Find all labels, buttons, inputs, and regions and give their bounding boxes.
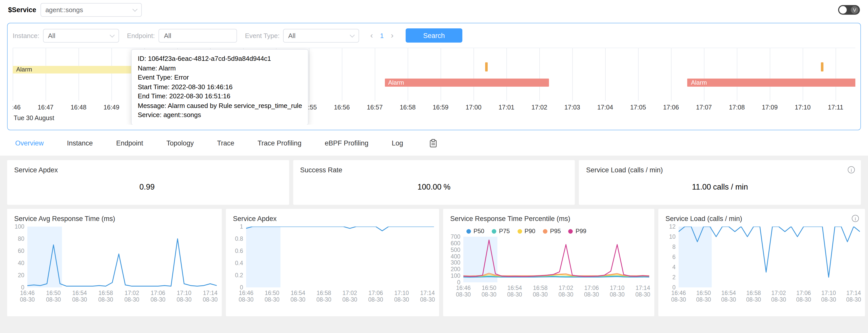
instance-select[interactable]: All [43,29,119,42]
service-apdex-chart[interactable]: 00.20.40.60.8116:4608-3016:5008-3016:540… [226,223,439,305]
legend-dot-icon [568,229,573,233]
pagination: ‹ 1 › [369,31,395,39]
tooltip-line: ID: 1064f23a-6eac-4812-a7cd-5d9a84d944c1 [138,54,302,64]
timeline-gridline [309,48,309,101]
chart-title: Service Response Time Percentile (ms) [443,209,654,223]
instance-label: Instance: [13,32,39,39]
timeline-tick-label: 17:02 [531,104,548,111]
avg-response-time-chart[interactable]: 02040608010016:4608-3016:5008-3016:5408-… [7,223,222,305]
chevron-down-icon [350,32,355,37]
service-load-chart[interactable]: 02468101216:4608-3016:5008-3016:5408-301… [658,223,865,305]
dashboard: Service Apdex 0.99 Success Rate 100.00% … [0,156,868,333]
timeline-gridline [506,48,507,101]
event-bar-error[interactable]: Alarm [384,79,549,87]
tab-trace-profiling[interactable]: Trace Profiling [257,139,301,147]
timeline-tick-label: 16:48 [71,104,87,111]
chart-title: Service Load (calls / min) [658,209,865,223]
timeline-tick-label: 16:46 [13,104,21,111]
x-axis-labels: 16:4608-3016:5008-3016:5408-3016:5808-30… [10,290,217,305]
event-filter-row: Instance: All Endpoint: Event Type: All … [13,28,855,43]
event-bar-normal[interactable] [485,62,488,72]
timeline-gridline [473,48,474,101]
timeline-date-label: Tue 30 August [14,115,54,122]
legend-dot-icon [543,229,548,233]
tab-ebpf-profiling[interactable]: eBPF Profiling [324,139,368,147]
legend-item-p50[interactable]: P50 [466,228,485,235]
tooltip-line: Name: Alarm [138,64,302,73]
prev-page-button[interactable]: ‹ [369,31,374,39]
endpoint-input[interactable] [158,29,237,42]
tooltip-line: End Time: 2022-08-30 16:51:16 [138,92,302,101]
topbar: $Service agent::songs V [0,0,868,20]
x-axis-labels: 16:4608-3016:5008-3016:5408-3016:5808-30… [661,290,860,305]
event-timeline: 16:4616:4716:4816:4916:5016:5116:5216:53… [13,48,855,125]
metric-cards-row: Service Apdex 0.99 Success Rate 100.00% … [7,160,861,205]
timeline-tick-label: 17:10 [795,104,811,111]
legend-dot-icon [466,229,471,233]
y-axis-labels: 0100200300400500600700 [446,237,463,282]
metric-value: 11.00calls / min [579,183,861,192]
timeline-gridline [441,48,441,101]
tab-bar: OverviewInstanceEndpointTopologyTraceTra… [0,130,868,156]
legend-item-p90[interactable]: P90 [517,228,535,235]
tab-log[interactable]: Log [392,139,403,147]
info-icon[interactable]: i [852,215,859,222]
timeline-tick-label: 16:56 [334,104,350,111]
tab-overview[interactable]: Overview [15,139,44,147]
legend-item-p99[interactable]: P99 [568,228,586,235]
search-button[interactable]: Search [406,28,462,43]
timeline-tick-label: 16:47 [38,104,54,111]
legend-item-p95[interactable]: P95 [543,228,561,235]
service-load-card: Service Load (calls / min) i 11.00calls … [579,160,861,205]
clipboard-icon[interactable] [429,139,437,147]
chevron-down-icon [110,32,115,37]
response-time-percentile-chart[interactable]: P50P75P90P95P99010020030040050060070016:… [443,223,654,300]
service-label: $Service [8,6,36,14]
timeline-gridline [605,48,606,101]
timeline-gridline [770,48,770,101]
timeline-gridline [836,48,836,101]
tab-instance[interactable]: Instance [67,139,93,147]
timeline-tick-label: 17:08 [729,104,745,111]
timeline-tick-label: 16:59 [433,104,449,111]
toggle-knob-icon [839,6,847,14]
chevron-down-icon [132,7,137,12]
x-axis-labels: 16:4608-3016:5008-3016:5408-3016:5808-30… [229,290,434,305]
tooltip-line: Message: Alarm caused by Rule service_re… [138,101,302,110]
timeline-gridline [79,48,79,101]
event-type-label: Event Type: [245,32,280,39]
legend-item-p75[interactable]: P75 [492,228,510,235]
event-bar-normal[interactable] [820,62,823,72]
tooltip-line: Start Time: 2022-08-30 16:46:16 [138,82,302,92]
timeline-tick-label: 17:01 [499,104,515,111]
tab-topology[interactable]: Topology [166,139,194,147]
next-page-button[interactable]: › [390,31,395,39]
timeline-gridline [638,48,639,101]
event-type-select[interactable]: All [283,29,359,42]
timeline-tick-label: 17:06 [663,104,679,111]
tab-trace[interactable]: Trace [217,139,234,147]
service-select[interactable]: agent::songs [40,3,142,17]
timeline-gridline [13,48,13,101]
service-select-value: agent::songs [45,6,83,14]
y-axis-labels: 020406080100 [10,227,27,287]
timeline-gridline [408,48,408,101]
timeline-tick-label: 17:11 [828,104,843,111]
event-type-select-value: All [288,32,296,39]
response-time-percentile-chart-card: Service Response Time Percentile (ms) P5… [443,209,654,316]
endpoint-label: Endpoint: [127,32,155,39]
event-panel: Instance: All Endpoint: Event Type: All … [7,23,861,130]
card-title: Success Rate [293,160,575,174]
event-bar-error[interactable]: Alarm [687,79,855,87]
event-tooltip: ID: 1064f23a-6eac-4812-a7cd-5d9a84d944c1… [131,49,309,125]
page-number[interactable]: 1 [380,32,383,39]
timeline-tick-label: 17:09 [762,104,778,111]
tab-endpoint[interactable]: Endpoint [116,139,143,147]
timeline-tick-label: 16:49 [103,104,120,111]
timeline-gridline [375,48,375,101]
timeline-gridline [803,48,803,101]
chart-cards-row: Service Avg Response Time (ms) 020406080… [7,209,861,316]
tooltip-line: Service: agent::songs [138,110,302,120]
info-icon[interactable]: i [848,166,855,173]
theme-toggle[interactable]: V [838,5,860,15]
